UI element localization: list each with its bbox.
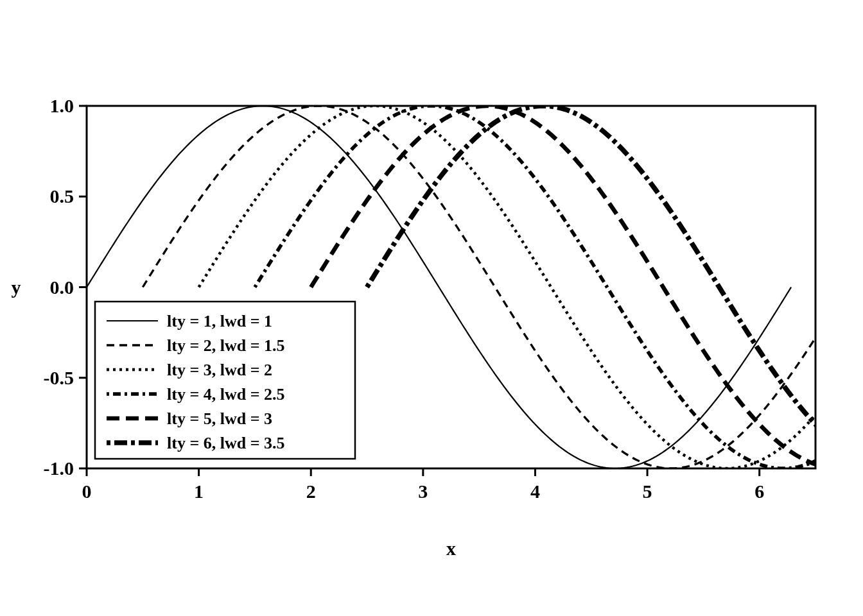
x-tick-label: 1	[194, 481, 204, 502]
x-tick-label: 0	[82, 481, 92, 502]
legend-label-6: lty = 6, lwd = 3.5	[167, 434, 284, 452]
x-tick-label: 4	[530, 481, 540, 502]
y-tick-label: 0.5	[50, 185, 74, 207]
y-axis-label: y	[12, 277, 21, 298]
line-chart: 0123456-1.0-0.50.00.51.0xylty = 1, lwd =…	[0, 0, 863, 616]
x-tick-label: 5	[643, 481, 652, 502]
legend-label-3: lty = 3, lwd = 2	[167, 361, 272, 379]
x-tick-label: 2	[306, 481, 316, 502]
y-tick-label: -0.5	[44, 367, 74, 388]
legend-label-2: lty = 2, lwd = 1.5	[167, 336, 284, 355]
x-tick-label: 6	[754, 481, 764, 502]
y-tick-label: 1.0	[50, 95, 74, 116]
legend-label-1: lty = 1, lwd = 1	[167, 312, 272, 330]
x-axis-label: x	[446, 538, 456, 559]
legend-label-4: lty = 4, lwd = 2.5	[167, 385, 284, 404]
x-tick-label: 3	[418, 481, 428, 502]
y-tick-label: -1.0	[44, 458, 74, 479]
series-5	[311, 106, 863, 468]
legend: lty = 1, lwd = 1lty = 2, lwd = 1.5lty = …	[95, 302, 355, 459]
y-tick-label: 0.0	[50, 277, 74, 298]
legend-label-5: lty = 5, lwd = 3	[167, 409, 272, 428]
series-6	[367, 106, 863, 468]
